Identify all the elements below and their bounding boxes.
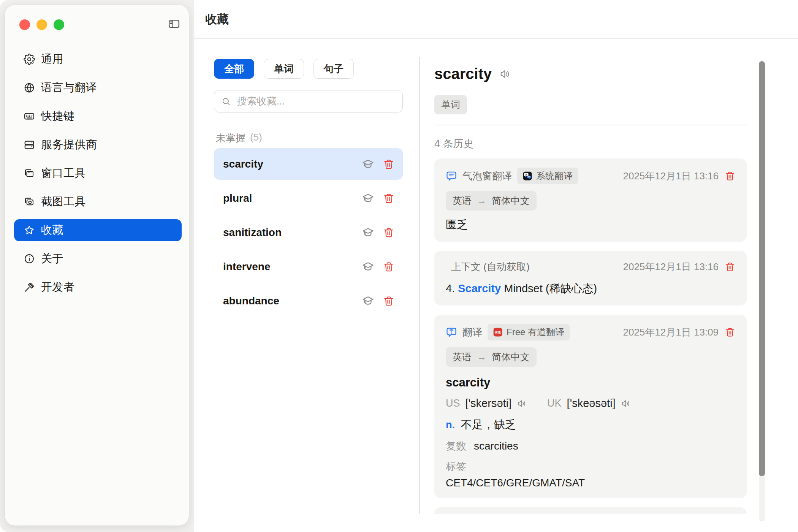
- camera-icon: [24, 196, 35, 207]
- source-language: 英语: [453, 351, 472, 363]
- context-suffix: Mindset (稀缺心态): [501, 282, 597, 294]
- word-list-item[interactable]: intervene: [214, 251, 403, 282]
- youdao-icon: 有道: [493, 327, 503, 337]
- windows-icon: [24, 168, 35, 179]
- source-language: 英语: [453, 195, 472, 207]
- zoom-window-button[interactable]: [54, 19, 64, 30]
- svg-text:A: A: [525, 173, 527, 176]
- detail-divider: [434, 125, 747, 125]
- sidebar-item-服务提供商[interactable]: 服务提供商: [14, 134, 182, 156]
- scrollbar-track: [759, 61, 765, 521]
- word-label: scarcity: [223, 158, 362, 170]
- pronunciation-region: UK: [547, 397, 562, 409]
- word-label: intervene: [223, 261, 362, 273]
- history-count-label: 4 条历史: [434, 137, 474, 150]
- search-icon: [221, 97, 231, 106]
- word-list-item[interactable]: sanitization: [214, 217, 403, 248]
- sidebar-item-label: 开发者: [41, 280, 75, 295]
- trash-icon[interactable]: [725, 261, 735, 272]
- gear-icon: [24, 54, 35, 65]
- sidebar-panel: 通用语言与翻译快捷键服务提供商窗口工具截图工具收藏关于开发者: [5, 5, 189, 526]
- word-list-item[interactable]: plural: [214, 182, 403, 214]
- filter-tabs: 全部单词句子: [214, 59, 354, 79]
- sidebar-nav: 通用语言与翻译快捷键服务提供商窗口工具截图工具收藏关于开发者: [14, 48, 182, 298]
- word-list-section-header: 未掌握 (5): [216, 131, 262, 145]
- language-pair-row: 英语→简体中文: [446, 347, 735, 367]
- sidebar-item-label: 截图工具: [41, 194, 86, 209]
- sidebar-item-通用[interactable]: 通用: [14, 48, 182, 70]
- history-card-header: 气泡窗翻译A文系统翻译2025年12月1日 13:16: [446, 168, 735, 184]
- page-title: 收藏: [205, 11, 229, 27]
- svg-text:字: 字: [449, 329, 454, 334]
- history-card-header: 上下文 (自动获取)2025年12月1日 13:16: [446, 260, 735, 274]
- scrollbar-thumb[interactable]: [759, 61, 765, 476]
- sidebar-item-label: 窗口工具: [41, 166, 86, 181]
- sidebar-item-label: 语言与翻译: [41, 80, 97, 95]
- trash-icon[interactable]: [725, 171, 735, 181]
- sidebar-item-收藏[interactable]: 收藏: [14, 219, 182, 241]
- sidebar-item-label: 服务提供商: [41, 137, 97, 152]
- graduation-cap-icon[interactable]: [362, 192, 374, 204]
- hammer-icon: [24, 282, 35, 293]
- trash-icon[interactable]: [383, 227, 394, 238]
- context-sentence: 4. Scarcity Mindset (稀缺心态): [446, 281, 735, 296]
- sidebar-item-label: 关于: [41, 251, 63, 266]
- server-icon: [24, 139, 35, 150]
- filter-tab-句子[interactable]: 句子: [314, 59, 354, 79]
- sidebar-item-关于[interactable]: 关于: [14, 248, 182, 270]
- graduation-cap-icon[interactable]: [362, 158, 374, 170]
- trash-icon[interactable]: [383, 261, 394, 272]
- bubble-lines-icon: [446, 170, 457, 182]
- trash-icon[interactable]: [383, 193, 394, 204]
- sidebar-item-窗口工具[interactable]: 窗口工具: [14, 162, 182, 184]
- word-list-item[interactable]: scarcity: [214, 148, 403, 180]
- speaker-icon[interactable]: [621, 399, 631, 408]
- history-cards: 气泡窗翻译A文系统翻译2025年12月1日 13:16英语→简体中文匮乏上下文 …: [434, 158, 747, 514]
- search-box[interactable]: [214, 90, 403, 112]
- sidebar-item-快捷键[interactable]: 快捷键: [14, 105, 182, 127]
- graduation-cap-icon[interactable]: [362, 294, 374, 307]
- detail-pane: scarcity 单词 4 条历史 气泡窗翻译A文系统翻译2025年12月1日 …: [434, 39, 747, 514]
- filter-tab-单词[interactable]: 单词: [264, 59, 304, 79]
- trash-icon[interactable]: [383, 158, 394, 170]
- definition-text: 不足，缺乏: [461, 417, 516, 432]
- search-input[interactable]: [236, 95, 396, 108]
- section-count: (5): [250, 131, 262, 145]
- history-timestamp: 2025年12月1日 13:16: [623, 169, 719, 183]
- history-source-label: 上下文 (自动获取): [451, 260, 530, 274]
- sidebar-toggle-icon[interactable]: [168, 17, 180, 30]
- tags-value: CET4/CET6/GRE/GMAT/SAT: [446, 477, 735, 489]
- plural-label: 复数: [446, 439, 466, 453]
- word-label: plural: [223, 192, 362, 204]
- minimize-window-button[interactable]: [36, 19, 47, 30]
- sidebar-item-语言与翻译[interactable]: 语言与翻译: [14, 77, 182, 99]
- history-card: 气泡窗翻译A文系统翻译2025年12月1日 13:16英语→简体中文匮乏: [434, 158, 747, 242]
- arrow-right-icon: →: [477, 195, 486, 206]
- service-badge-label: 系统翻译: [536, 170, 573, 182]
- app-window: 通用语言与翻译快捷键服务提供商窗口工具截图工具收藏关于开发者 收藏 全部单词句子…: [0, 0, 798, 532]
- trash-icon[interactable]: [383, 295, 394, 307]
- service-badge: 有道Free 有道翻译: [488, 324, 570, 340]
- traffic-lights: [19, 19, 64, 30]
- filter-tab-全部[interactable]: 全部: [214, 59, 254, 79]
- keyboard-icon: [24, 111, 35, 122]
- graduation-cap-icon[interactable]: [362, 226, 374, 239]
- context-prefix: 4.: [446, 282, 458, 294]
- history-card: 上下文 (自动获取)2025年12月1日 13:164. Scarcity Mi…: [434, 251, 747, 306]
- graduation-cap-icon[interactable]: [362, 260, 374, 273]
- language-pair-row: 英语→简体中文: [446, 191, 735, 211]
- history-card-header: 字翻译有道Free 有道翻译2025年12月1日 13:09: [446, 324, 735, 340]
- word-list: scarcitypluralsanitizationinterveneabund…: [214, 148, 403, 317]
- trash-icon[interactable]: [725, 327, 735, 337]
- speaker-icon[interactable]: [517, 399, 527, 408]
- sidebar-item-截图工具[interactable]: 截图工具: [14, 191, 182, 213]
- speaker-icon[interactable]: [499, 68, 511, 80]
- close-window-button[interactable]: [19, 19, 30, 30]
- svg-text:有道: 有道: [494, 331, 501, 334]
- apple-translate-icon: A文: [522, 171, 532, 181]
- globe-icon: [24, 82, 35, 93]
- sidebar-item-开发者[interactable]: 开发者: [14, 276, 182, 298]
- translation-result: 匮乏: [446, 217, 735, 233]
- word-list-item[interactable]: abundance: [214, 285, 403, 317]
- plural-row: 复数scarcities: [446, 439, 735, 453]
